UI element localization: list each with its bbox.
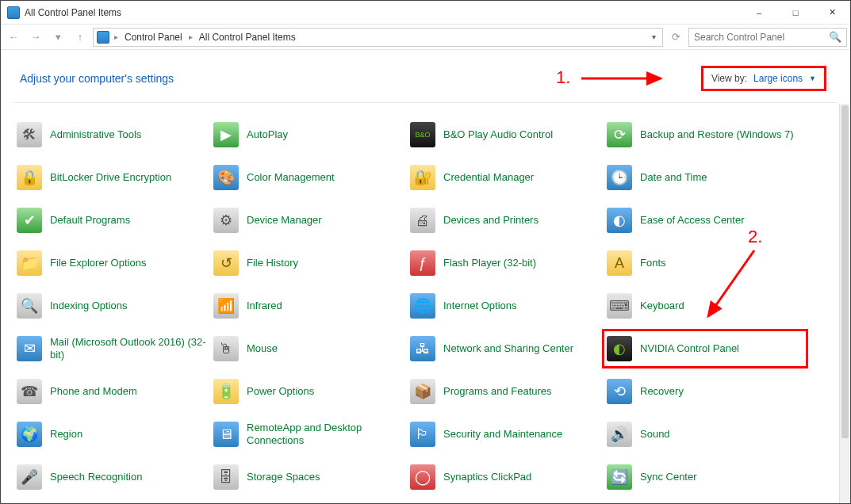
up-button[interactable]: ↑	[71, 28, 90, 47]
control-panel-item[interactable]: 🔒BitLocker Drive Encryption	[17, 162, 213, 193]
refresh-button[interactable]: ⟳	[666, 28, 685, 47]
back-button[interactable]: ←	[4, 28, 23, 47]
mouse-icon: 🖱	[213, 336, 239, 361]
control-panel-item[interactable]: ƒFlash Player (32-bit)	[410, 248, 607, 278]
item-label: Flash Player (32-bit)	[443, 257, 536, 269]
control-panel-item[interactable]: 🔍Indexing Options	[17, 291, 213, 321]
file-history-icon: ↺	[213, 250, 239, 276]
control-panel-item[interactable]: 🔋Power Options	[213, 376, 410, 407]
control-panel-item[interactable]: 🖨Devices and Printers	[410, 205, 607, 235]
control-panel-item[interactable]: ◐Ease of Access Center	[607, 205, 803, 235]
view-by-selector[interactable]: View by: Large icons ▼	[701, 66, 826, 91]
item-label: Fonts	[640, 257, 666, 269]
forward-button[interactable]: →	[26, 28, 45, 47]
address-dropdown-icon[interactable]: ▾	[652, 32, 659, 41]
control-panel-item[interactable]: 🔊Sound	[607, 419, 803, 449]
view-by-label: View by:	[711, 73, 747, 84]
recovery-icon: ⟲	[607, 379, 632, 404]
item-label: Sound	[640, 428, 670, 441]
control-panel-item[interactable]: 🎤Speech Recognition	[17, 462, 213, 492]
address-bar[interactable]: ▸ Control Panel ▸ All Control Panel Item…	[93, 28, 663, 47]
item-label: Indexing Options	[50, 300, 128, 312]
search-box[interactable]: 🔍	[688, 28, 847, 47]
control-panel-item[interactable]: ⟳Backup and Restore (Windows 7)	[607, 120, 803, 150]
keyboard-icon: ⌨	[607, 293, 632, 319]
control-panel-item[interactable]: 🌍Region	[17, 419, 213, 449]
item-label: Mouse	[247, 342, 278, 355]
item-label: Keyboard	[640, 300, 684, 312]
control-panel-item[interactable]: AFonts	[607, 248, 803, 278]
scrollbar-thumb[interactable]	[841, 105, 849, 438]
navigation-bar: ← → ▾ ↑ ▸ Control Panel ▸ All Control Pa…	[1, 25, 850, 50]
control-panel-item[interactable]: ⚙Device Manager	[213, 205, 410, 235]
control-panel-item[interactable]: 📶Infrared	[213, 291, 410, 321]
phone-icon: ☎	[17, 379, 42, 404]
item-label: File Explorer Options	[50, 257, 146, 269]
control-panel-item[interactable]: ⌨Keyboard	[607, 291, 803, 321]
control-panel-item[interactable]: ▶AutoPlay	[213, 120, 410, 150]
item-label: Network and Sharing Center	[443, 342, 573, 355]
item-label: RemoteApp and Desktop Connections	[247, 422, 404, 448]
item-label: Storage Spaces	[247, 471, 320, 483]
control-panel-item[interactable]: 🔄Sync Center	[607, 462, 803, 492]
bo-icon: B&O	[410, 122, 435, 147]
item-label: Date and Time	[640, 171, 707, 184]
power-icon: 🔋	[213, 379, 239, 404]
ease-icon: ◐	[607, 208, 632, 233]
control-panel-item[interactable]: 🎨Color Management	[213, 162, 410, 193]
maximize-button[interactable]: □	[777, 1, 814, 25]
control-panel-item[interactable]: 🗄Storage Spaces	[213, 462, 410, 492]
breadcrumb-root[interactable]: Control Panel	[123, 32, 184, 43]
item-label: Programs and Features	[443, 385, 552, 398]
item-label: Credential Manager	[443, 171, 534, 184]
control-panel-item[interactable]: 🖧Network and Sharing Center	[410, 334, 607, 364]
backup-icon: ⟳	[607, 122, 632, 147]
control-panel-item[interactable]: 📦Programs and Features	[410, 376, 607, 407]
vertical-scrollbar[interactable]	[839, 104, 850, 503]
clock-icon: 🕒	[607, 165, 632, 190]
item-label: Backup and Restore (Windows 7)	[640, 128, 794, 141]
item-label: Speech Recognition	[50, 471, 142, 483]
control-panel-item[interactable]: 🌐Internet Options	[410, 291, 607, 321]
control-panel-item[interactable]: ✔Default Programs	[17, 205, 213, 235]
item-label: Security and Maintenance	[443, 428, 562, 441]
control-panel-item[interactable]: ◯Synaptics ClickPad	[410, 462, 607, 492]
region-icon: 🌍	[17, 422, 42, 447]
control-panel-item[interactable]: 🏳Security and Maintenance	[410, 419, 607, 449]
item-label: Synaptics ClickPad	[443, 471, 531, 483]
close-button[interactable]: ✕	[814, 1, 850, 25]
window-title: All Control Panel Items	[25, 7, 741, 18]
control-panel-icon	[7, 6, 20, 19]
bitlocker-icon: 🔒	[17, 165, 42, 190]
control-panel-item[interactable]: 🖱Mouse	[213, 334, 410, 364]
control-panel-item[interactable]: 🕒Date and Time	[607, 162, 803, 193]
control-panel-grid: 🛠Administrative Tools▶AutoPlayB&OB&O Pla…	[1, 104, 839, 503]
control-panel-item[interactable]: ✉Mail (Microsoft Outlook 2016) (32-bit)	[17, 334, 213, 364]
control-panel-item[interactable]: ↺File History	[213, 248, 410, 278]
control-panel-item[interactable]: ⟲Recovery	[607, 376, 803, 407]
folder-opts-icon: 📁	[17, 250, 42, 276]
control-panel-item[interactable]: B&OB&O Play Audio Control	[410, 120, 607, 150]
control-panel-item[interactable]: 🔐Credential Manager	[410, 162, 607, 193]
item-label: B&O Play Audio Control	[443, 128, 553, 141]
minimize-button[interactable]: –	[741, 1, 777, 25]
search-input[interactable]	[694, 32, 824, 43]
printers-icon: 🖨	[410, 208, 435, 233]
sound-icon: 🔊	[607, 422, 632, 447]
item-label: Recovery	[640, 385, 684, 398]
control-panel-item[interactable]: ☎Phone and Modem	[17, 376, 213, 407]
titlebar: All Control Panel Items – □ ✕	[1, 1, 850, 25]
fonts-icon: A	[607, 250, 632, 276]
content-area: 🛠Administrative Tools▶AutoPlayB&OB&O Pla…	[1, 104, 839, 503]
header: Adjust your computer's settings View by:…	[1, 50, 850, 102]
chevron-right-icon: ▸	[186, 32, 196, 41]
tools-icon: 🛠	[17, 122, 42, 147]
control-panel-item[interactable]: 📁File Explorer Options	[17, 248, 213, 278]
item-label: BitLocker Drive Encryption	[50, 171, 171, 184]
history-dropdown[interactable]: ▾	[48, 28, 67, 47]
control-panel-item[interactable]: 🖥RemoteApp and Desktop Connections	[213, 419, 410, 449]
breadcrumb-current[interactable]: All Control Panel Items	[197, 32, 297, 43]
control-panel-item[interactable]: ◐NVIDIA Control Panel	[607, 334, 803, 364]
nvidia-icon: ◐	[607, 336, 632, 361]
control-panel-item[interactable]: 🛠Administrative Tools	[17, 120, 213, 150]
